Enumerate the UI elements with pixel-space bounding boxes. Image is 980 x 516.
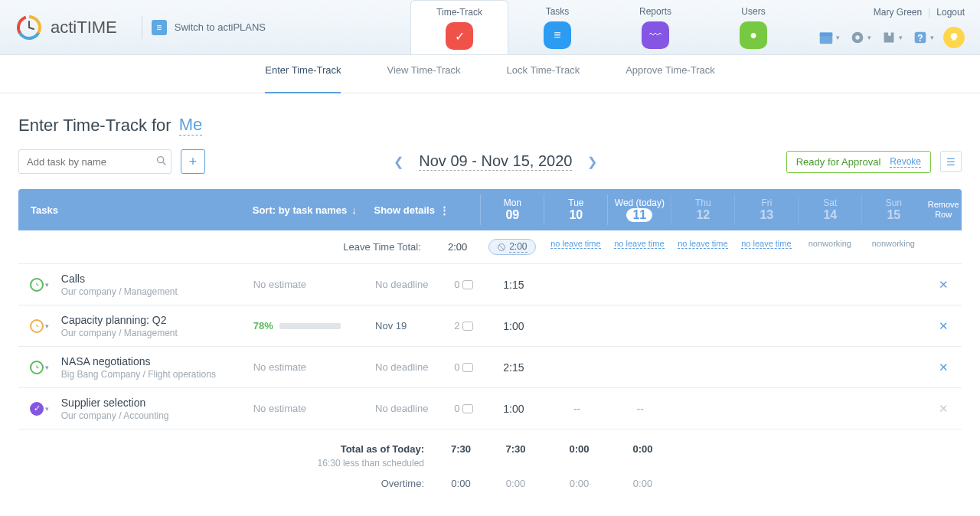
logo[interactable]: actiTIME	[0, 14, 132, 41]
status-icon[interactable]	[30, 319, 44, 333]
svg-line-12	[163, 162, 165, 165]
add-task-search[interactable]	[18, 149, 172, 174]
user-area: Mary Green | Logout ▾ ▾ ▾ ?▾	[802, 7, 980, 48]
time-cell[interactable]: --	[545, 403, 609, 415]
leave-label: Leave Time Total:	[18, 241, 435, 253]
switch-app-link[interactable]: ≡ Switch to actiPLANS	[152, 20, 266, 35]
task-estimate: No estimate	[253, 403, 375, 414]
day-header[interactable]: Wed (today)11	[607, 194, 671, 225]
nav-tab-reports[interactable]: Reports 〰	[606, 0, 704, 54]
remove-row-button[interactable]: ✕	[925, 278, 962, 292]
day-header[interactable]: Sat14	[798, 194, 861, 225]
leave-cell[interactable]: 2:00	[480, 239, 544, 255]
subnav-view[interactable]: View Time-Track	[387, 64, 460, 83]
time-cell[interactable]: 1:00	[482, 403, 546, 415]
day-total	[802, 443, 865, 455]
day-header[interactable]: Fri13	[734, 194, 798, 225]
leave-cell[interactable]: no leave time	[607, 239, 671, 255]
status-icon[interactable]	[30, 361, 44, 374]
gear-icon-menu[interactable]: ▾	[849, 27, 871, 48]
day-header[interactable]: Sun15	[861, 194, 925, 225]
task-deadline: Nov 19	[375, 320, 441, 331]
day-overtime: 0:00	[484, 478, 547, 489]
sort-button[interactable]: Sort: by task names↓	[253, 204, 374, 216]
users-icon: ●	[740, 21, 767, 49]
next-week-button[interactable]: ❯	[587, 155, 597, 169]
task-info[interactable]: Capacity planning: Q2 Our company / Mana…	[61, 314, 253, 338]
timesheet-table: Tasks Sort: by task names↓ Show details⋮…	[0, 189, 980, 498]
task-comments[interactable]: 0	[441, 403, 482, 414]
table-header: Tasks Sort: by task names↓ Show details⋮…	[18, 189, 962, 230]
calendar-icon-menu[interactable]: ▾	[818, 27, 840, 48]
user-selector[interactable]: Me	[179, 115, 203, 136]
remove-row-button[interactable]: ✕	[925, 319, 962, 333]
nav-tab-tasks[interactable]: Tasks ≡	[508, 0, 606, 54]
task-info[interactable]: NASA negotiations Big Bang Company / Fli…	[61, 355, 253, 380]
revoke-link[interactable]: Revoke	[890, 156, 921, 168]
subnav-approve[interactable]: Approve Time-Track	[626, 64, 715, 83]
task-info[interactable]: Supplier selection Our company / Account…	[61, 397, 253, 421]
nav-tab-users[interactable]: Users ●	[704, 0, 802, 54]
status-icon[interactable]	[30, 278, 44, 292]
help-icon-menu[interactable]: ?▾	[912, 27, 934, 48]
remove-row-button[interactable]: ✕	[925, 361, 962, 374]
hamburger-menu[interactable]: ☰	[940, 151, 962, 172]
show-details-button[interactable]: Show details⋮	[374, 204, 480, 216]
comment-icon	[462, 322, 473, 331]
day-total: 0:00	[611, 443, 675, 455]
overtime-row: Overtime: 0:00 0:000:000:00	[18, 469, 962, 498]
bulb-icon[interactable]	[943, 27, 965, 48]
tasks-icon: ≡	[544, 21, 571, 49]
svg-line-20	[37, 367, 38, 368]
leave-cell[interactable]: no leave time	[544, 239, 607, 255]
day-header[interactable]: Tue10	[544, 194, 607, 225]
svg-line-18	[37, 326, 38, 327]
day-overtime: 0:00	[547, 478, 611, 489]
logo-text: actiTIME	[51, 18, 117, 38]
task-row: ✓▾ Supplier selection Our company / Acco…	[18, 388, 962, 429]
leave-cell[interactable]: no leave time	[734, 239, 798, 255]
day-overtime	[675, 478, 738, 489]
totals-label: Total as of Today:	[18, 443, 438, 455]
time-cell[interactable]: 2:15	[482, 361, 546, 374]
logout-link[interactable]: Logout	[936, 7, 965, 18]
task-estimate: 78%	[253, 320, 375, 331]
task-row: ▾ Calls Our company / Management No esti…	[18, 264, 962, 305]
subnav-enter[interactable]: Enter Time-Track	[265, 64, 341, 93]
task-info[interactable]: Calls Our company / Management	[61, 273, 253, 297]
puzzle-icon-menu[interactable]: ▾	[880, 27, 903, 48]
task-deadline: No deadline	[375, 279, 441, 290]
date-range-picker[interactable]: Nov 09 - Nov 15, 2020	[419, 152, 572, 171]
svg-point-11	[158, 156, 164, 162]
task-row: ▾ Capacity planning: Q2 Our company / Ma…	[18, 305, 962, 347]
search-icon[interactable]	[155, 155, 168, 169]
day-total: 0:00	[547, 443, 611, 455]
leave-cell[interactable]: no leave time	[671, 239, 734, 255]
task-comments[interactable]: 0	[441, 279, 482, 290]
day-overtime: 0:00	[611, 478, 675, 489]
search-input[interactable]	[27, 156, 155, 168]
task-comments[interactable]: 0	[441, 361, 482, 373]
time-cell[interactable]: 1:15	[482, 279, 546, 291]
leave-pill[interactable]: 2:00	[488, 239, 535, 255]
time-cell[interactable]: --	[609, 403, 672, 415]
subnav-lock[interactable]: Lock Time-Track	[507, 64, 580, 83]
leave-cell[interactable]: nonworking	[798, 239, 861, 255]
overtime-grand: 0:00	[438, 478, 484, 489]
time-track-icon: ✓	[446, 22, 473, 50]
day-total	[865, 443, 929, 455]
time-cell[interactable]: 1:00	[482, 320, 546, 332]
day-header[interactable]: Mon09	[480, 194, 544, 225]
leave-cell[interactable]: nonworking	[861, 239, 925, 255]
status-icon[interactable]: ✓	[30, 402, 44, 416]
totals-grand: 7:30	[438, 443, 484, 455]
user-name-link[interactable]: Mary Green	[874, 7, 922, 18]
svg-line-14	[499, 245, 504, 250]
nav-tab-time-track[interactable]: Time-Track ✓	[410, 0, 508, 54]
add-task-button[interactable]: +	[181, 149, 205, 174]
day-header[interactable]: Thu12	[671, 194, 734, 225]
task-comments[interactable]: 2	[441, 320, 482, 331]
day-overtime	[802, 478, 865, 489]
ready-for-approval-button[interactable]: Ready for Approval Revoke	[786, 151, 931, 173]
prev-week-button[interactable]: ❮	[394, 155, 403, 169]
